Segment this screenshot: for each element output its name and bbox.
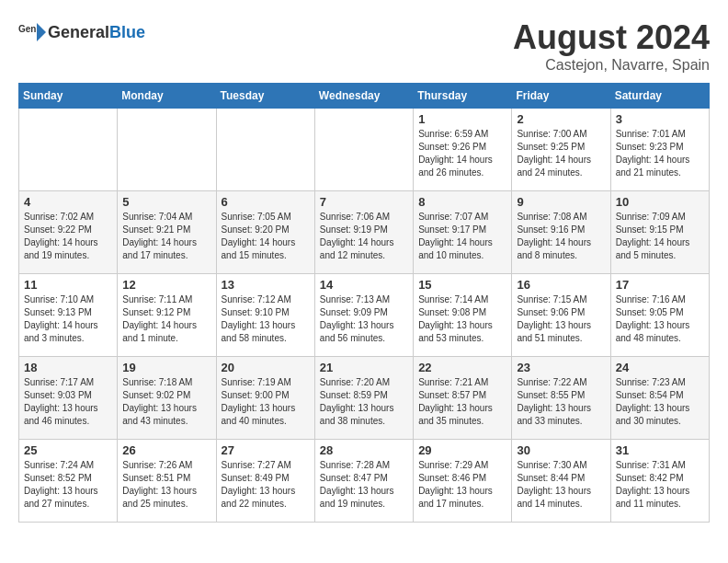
day-info: Sunrise: 7:12 AM Sunset: 9:10 PM Dayligh… — [222, 293, 310, 345]
day-number: 4 — [24, 195, 112, 209]
day-info: Sunrise: 7:02 AM Sunset: 9:22 PM Dayligh… — [24, 211, 112, 262]
calendar-day-cell: 18Sunrise: 7:17 AM Sunset: 9:03 PM Dayli… — [19, 357, 118, 440]
calendar-day-cell: 17Sunrise: 7:16 AM Sunset: 9:05 PM Dayli… — [610, 274, 709, 357]
calendar-day-cell: 23Sunrise: 7:22 AM Sunset: 8:55 PM Dayli… — [512, 357, 610, 440]
day-number: 12 — [122, 278, 210, 292]
calendar-day-cell: 11Sunrise: 7:10 AM Sunset: 9:13 PM Dayli… — [19, 274, 118, 357]
day-number: 30 — [517, 443, 605, 457]
day-number: 26 — [122, 443, 210, 457]
day-info: Sunrise: 7:23 AM Sunset: 8:54 PM Dayligh… — [616, 376, 704, 428]
day-info: Sunrise: 7:24 AM Sunset: 8:52 PM Dayligh… — [24, 459, 112, 511]
day-info: Sunrise: 7:16 AM Sunset: 9:05 PM Dayligh… — [616, 293, 704, 345]
calendar-day-cell: 8Sunrise: 7:07 AM Sunset: 9:17 PM Daylig… — [414, 191, 512, 274]
day-number: 10 — [616, 195, 704, 209]
day-number: 25 — [24, 443, 112, 457]
day-of-week-header: Monday — [118, 84, 216, 109]
calendar-week-row: 18Sunrise: 7:17 AM Sunset: 9:03 PM Dayli… — [19, 357, 710, 440]
day-info: Sunrise: 7:14 AM Sunset: 9:08 PM Dayligh… — [418, 293, 506, 345]
day-info: Sunrise: 7:27 AM Sunset: 8:49 PM Dayligh… — [222, 459, 310, 511]
day-number: 27 — [222, 443, 310, 457]
calendar-day-cell: 7Sunrise: 7:06 AM Sunset: 9:19 PM Daylig… — [314, 191, 413, 274]
day-number: 13 — [222, 278, 310, 292]
day-info: Sunrise: 7:30 AM Sunset: 8:44 PM Dayligh… — [517, 459, 605, 511]
calendar-day-cell: 19Sunrise: 7:18 AM Sunset: 9:02 PM Dayli… — [118, 357, 216, 440]
calendar-day-cell: 1Sunrise: 6:59 AM Sunset: 9:26 PM Daylig… — [414, 109, 512, 191]
calendar-day-cell: 14Sunrise: 7:13 AM Sunset: 9:09 PM Dayli… — [314, 274, 413, 357]
day-info: Sunrise: 7:06 AM Sunset: 9:19 PM Dayligh… — [320, 211, 408, 262]
day-number: 6 — [222, 195, 310, 209]
calendar-week-row: 1Sunrise: 6:59 AM Sunset: 9:26 PM Daylig… — [19, 109, 710, 191]
day-info: Sunrise: 7:13 AM Sunset: 9:09 PM Dayligh… — [320, 293, 408, 345]
day-number: 17 — [616, 278, 704, 292]
location-title: Castejon, Navarre, Spain — [513, 57, 710, 74]
calendar-day-cell: 3Sunrise: 7:01 AM Sunset: 9:23 PM Daylig… — [610, 109, 709, 191]
logo: Gen GeneralBlue — [18, 18, 145, 46]
day-info: Sunrise: 7:18 AM Sunset: 9:02 PM Dayligh… — [122, 376, 210, 428]
day-info: Sunrise: 7:21 AM Sunset: 8:57 PM Dayligh… — [418, 376, 506, 428]
calendar-day-cell: 25Sunrise: 7:24 AM Sunset: 8:52 PM Dayli… — [19, 440, 118, 523]
logo-icon: Gen — [18, 18, 46, 46]
calendar-day-cell: 21Sunrise: 7:20 AM Sunset: 8:59 PM Dayli… — [314, 357, 413, 440]
day-of-week-header: Saturday — [610, 84, 709, 109]
title-area: August 2024 Castejon, Navarre, Spain — [513, 18, 710, 74]
day-info: Sunrise: 7:11 AM Sunset: 9:12 PM Dayligh… — [122, 293, 210, 345]
calendar-day-cell: 26Sunrise: 7:26 AM Sunset: 8:51 PM Dayli… — [118, 440, 216, 523]
day-info: Sunrise: 7:28 AM Sunset: 8:47 PM Dayligh… — [320, 459, 408, 511]
calendar-day-cell: 22Sunrise: 7:21 AM Sunset: 8:57 PM Dayli… — [414, 357, 512, 440]
day-number: 15 — [418, 278, 506, 292]
day-info: Sunrise: 7:01 AM Sunset: 9:23 PM Dayligh… — [616, 128, 704, 179]
calendar-day-cell — [19, 109, 118, 191]
calendar-table: SundayMondayTuesdayWednesdayThursdayFrid… — [18, 83, 710, 523]
day-number: 28 — [320, 443, 408, 457]
calendar-day-cell: 16Sunrise: 7:15 AM Sunset: 9:06 PM Dayli… — [512, 274, 610, 357]
day-info: Sunrise: 7:08 AM Sunset: 9:16 PM Dayligh… — [517, 211, 605, 262]
day-info: Sunrise: 7:07 AM Sunset: 9:17 PM Dayligh… — [418, 211, 506, 262]
calendar-day-cell — [118, 109, 216, 191]
day-number: 2 — [517, 112, 605, 126]
day-number: 31 — [616, 443, 704, 457]
day-number: 1 — [418, 112, 506, 126]
calendar-header: SundayMondayTuesdayWednesdayThursdayFrid… — [19, 84, 710, 109]
day-info: Sunrise: 7:17 AM Sunset: 9:03 PM Dayligh… — [24, 376, 112, 428]
day-number: 20 — [222, 361, 310, 374]
day-info: Sunrise: 7:20 AM Sunset: 8:59 PM Dayligh… — [320, 376, 408, 428]
day-of-week-header: Friday — [512, 84, 610, 109]
day-info: Sunrise: 7:29 AM Sunset: 8:46 PM Dayligh… — [418, 459, 506, 511]
day-info: Sunrise: 7:10 AM Sunset: 9:13 PM Dayligh… — [24, 293, 112, 345]
calendar-day-cell: 2Sunrise: 7:00 AM Sunset: 9:25 PM Daylig… — [512, 109, 610, 191]
day-of-week-header: Tuesday — [216, 84, 314, 109]
day-number: 3 — [616, 112, 704, 126]
header-row: SundayMondayTuesdayWednesdayThursdayFrid… — [19, 84, 710, 109]
page-header: Gen GeneralBlue August 2024 Castejon, Na… — [18, 18, 710, 74]
day-of-week-header: Sunday — [19, 84, 118, 109]
calendar-week-row: 25Sunrise: 7:24 AM Sunset: 8:52 PM Dayli… — [19, 440, 710, 523]
calendar-day-cell: 27Sunrise: 7:27 AM Sunset: 8:49 PM Dayli… — [216, 440, 314, 523]
calendar-day-cell: 24Sunrise: 7:23 AM Sunset: 8:54 PM Dayli… — [610, 357, 709, 440]
calendar-day-cell: 10Sunrise: 7:09 AM Sunset: 9:15 PM Dayli… — [610, 191, 709, 274]
calendar-week-row: 4Sunrise: 7:02 AM Sunset: 9:22 PM Daylig… — [19, 191, 710, 274]
day-number: 21 — [320, 361, 408, 374]
month-title: August 2024 — [513, 18, 710, 57]
day-info: Sunrise: 7:00 AM Sunset: 9:25 PM Dayligh… — [517, 128, 605, 179]
day-info: Sunrise: 7:05 AM Sunset: 9:20 PM Dayligh… — [222, 211, 310, 262]
calendar-day-cell: 13Sunrise: 7:12 AM Sunset: 9:10 PM Dayli… — [216, 274, 314, 357]
day-number: 11 — [24, 278, 112, 292]
calendar-day-cell: 30Sunrise: 7:30 AM Sunset: 8:44 PM Dayli… — [512, 440, 610, 523]
day-number: 23 — [517, 361, 605, 374]
logo-text-general: General — [48, 23, 109, 41]
day-number: 29 — [418, 443, 506, 457]
calendar-day-cell: 28Sunrise: 7:28 AM Sunset: 8:47 PM Dayli… — [314, 440, 413, 523]
calendar-day-cell: 29Sunrise: 7:29 AM Sunset: 8:46 PM Dayli… — [414, 440, 512, 523]
calendar-day-cell: 9Sunrise: 7:08 AM Sunset: 9:16 PM Daylig… — [512, 191, 610, 274]
day-info: Sunrise: 7:04 AM Sunset: 9:21 PM Dayligh… — [122, 211, 210, 262]
day-number: 22 — [418, 361, 506, 374]
day-number: 14 — [320, 278, 408, 292]
day-info: Sunrise: 7:09 AM Sunset: 9:15 PM Dayligh… — [616, 211, 704, 262]
calendar-day-cell: 4Sunrise: 7:02 AM Sunset: 9:22 PM Daylig… — [19, 191, 118, 274]
day-number: 18 — [24, 361, 112, 374]
day-info: Sunrise: 6:59 AM Sunset: 9:26 PM Dayligh… — [418, 128, 506, 179]
day-info: Sunrise: 7:19 AM Sunset: 9:00 PM Dayligh… — [222, 376, 310, 428]
calendar-day-cell: 5Sunrise: 7:04 AM Sunset: 9:21 PM Daylig… — [118, 191, 216, 274]
calendar-week-row: 11Sunrise: 7:10 AM Sunset: 9:13 PM Dayli… — [19, 274, 710, 357]
svg-text:Gen: Gen — [18, 24, 36, 34]
